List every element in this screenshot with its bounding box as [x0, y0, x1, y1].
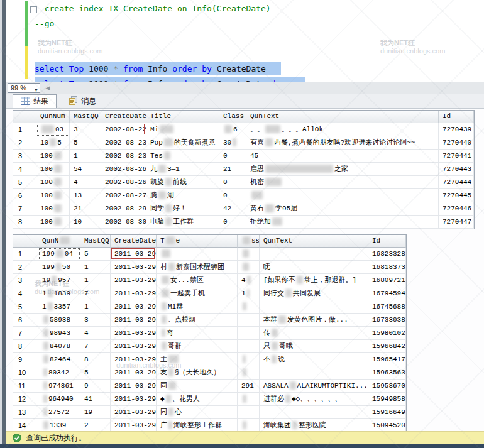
column-header[interactable]: QunText — [260, 235, 368, 248]
grid-cell[interactable]: 本群发黄色图片，做... — [260, 314, 368, 327]
grid-cell[interactable]: 7270447 — [439, 216, 474, 229]
row-number-cell[interactable]: 11 — [13, 380, 38, 393]
grid-cell[interactable]: 100 — [36, 163, 70, 176]
column-header[interactable]: Title — [146, 111, 219, 123]
grid-cell[interactable]: 19 — [80, 406, 111, 419]
grid-cell[interactable]: 2002-08-30 — [101, 216, 146, 229]
grid-cell[interactable]: 黄石学95届 — [246, 202, 439, 216]
grid-cell[interactable]: 2002-08-23 — [101, 150, 146, 163]
grid-cell[interactable]: 27572 — [38, 406, 80, 419]
row-number-cell[interactable]: 7 — [13, 327, 38, 340]
grid-cell[interactable]: ◆、花男人 — [157, 393, 238, 406]
grid-cell[interactable]: 7270440 — [439, 136, 474, 150]
grid-cell[interactable]: 2011-03-29 — [111, 340, 157, 353]
grid-cell[interactable]: 16745688 — [368, 300, 406, 314]
grid-cell[interactable] — [238, 300, 260, 314]
tab-messages[interactable]: 消息 — [62, 94, 104, 108]
grid-cell[interactable]: 2011-03-29 — [111, 406, 157, 419]
grid-cell[interactable]: 6 — [219, 123, 246, 136]
grid-cell[interactable]: 58938 — [38, 314, 80, 327]
column-header[interactable]: QunText — [246, 111, 439, 123]
row-number-cell[interactable]: 6 — [13, 314, 38, 327]
grid-cell[interactable]: 100 — [36, 176, 70, 189]
grid-cell[interactable]: 2011-03-29 — [111, 300, 157, 314]
grid-cell[interactable]: [如果你不常上，那退群。] — [260, 274, 368, 287]
grid-cell[interactable]: 03 — [36, 123, 70, 136]
grid-cell[interactable]: 98943 — [38, 327, 80, 340]
grid-cell[interactable]: 。。。。。AllOk — [246, 123, 439, 136]
grid-cell[interactable]: 7270444 — [439, 176, 474, 189]
column-header[interactable]: CreateDate — [101, 111, 146, 123]
grid-cell[interactable] — [238, 248, 260, 261]
grid-cell[interactable]: 80342 — [38, 366, 80, 380]
grid-cell[interactable]: 1339 — [38, 419, 80, 432]
column-header[interactable] — [13, 111, 36, 123]
code-line[interactable]: --go — [35, 16, 484, 31]
row-number-cell[interactable]: 7 — [13, 202, 36, 216]
grid-cell[interactable]: 1 — [238, 287, 260, 300]
grid-cell[interactable] — [260, 300, 368, 314]
grid-cell[interactable] — [238, 393, 260, 406]
grid-cell[interactable]: 凯旋前线 — [146, 176, 219, 189]
grid-cell[interactable]: 4 — [80, 327, 111, 340]
column-header[interactable]: MastQQ — [70, 111, 101, 123]
grid-cell[interactable]: 9 — [80, 380, 111, 393]
grid-cell[interactable]: 机密 — [246, 176, 439, 189]
grid-cell[interactable]: 2002-08-26 — [101, 176, 146, 189]
code-area[interactable]: --create index IX_CreateDate on Info(Cre… — [35, 1, 484, 82]
grid-cell[interactable]: 2011-03-29 — [111, 287, 157, 300]
grid-cell[interactable]: 只哥哦 — [260, 340, 368, 353]
row-number-cell[interactable]: 6 — [13, 189, 36, 202]
grid-cell[interactable]: 一起卖手机 — [157, 287, 238, 300]
grid-cell[interactable]: 4 — [238, 274, 260, 287]
grid-cell[interactable]: 15963563 — [368, 366, 406, 380]
grid-cell[interactable]: 964940 — [38, 393, 80, 406]
grid-cell[interactable]: 21 — [219, 163, 246, 176]
grid-cell[interactable]: 4 — [70, 176, 101, 189]
grid-cell[interactable]: 45 — [246, 150, 439, 163]
grid-cell[interactable]: 105 — [36, 136, 70, 150]
grid-cell[interactable]: 16733038 — [368, 314, 406, 327]
tab-results[interactable]: 结果 — [13, 94, 57, 108]
grid-cell[interactable] — [238, 340, 260, 353]
grid-cell[interactable]: Tes — [146, 150, 219, 163]
grid-cell[interactable]: 2011-03-29 — [111, 261, 157, 274]
grid-cell[interactable]: 42 — [219, 202, 246, 216]
grid-cell[interactable]: 广海峡整形工作群 — [157, 419, 238, 432]
grid-cell[interactable]: M1群 — [157, 300, 238, 314]
grid-cell[interactable]: 腾湖 — [146, 189, 219, 202]
grid-cell[interactable]: 100 — [36, 202, 70, 216]
column-header[interactable]: Te — [157, 235, 238, 248]
grid-cell[interactable]: 进群必◆◇、、、、、、 — [260, 393, 368, 406]
row-number-cell[interactable]: 9 — [13, 353, 38, 366]
row-number-cell[interactable]: 2 — [13, 261, 38, 274]
grid-cell[interactable]: 传 — [260, 327, 368, 340]
grid-cell[interactable]: 15980102 — [368, 327, 406, 340]
grid-cell[interactable]: 2011-03-29 — [111, 366, 157, 380]
code-line[interactable]: select Top 1000 * from Info order by Cre… — [35, 62, 484, 77]
column-header[interactable]: ss — [238, 235, 260, 248]
grid-cell[interactable]: 启恩之家 — [246, 163, 439, 176]
grid-cell[interactable]: 2002-08-29 — [101, 202, 146, 216]
grid-cell[interactable] — [238, 406, 260, 419]
grid-cell[interactable]: ASSALAALAIKUMTOPTIKI... — [260, 380, 368, 393]
grid-cell[interactable]: 主 — [157, 353, 238, 366]
grid-cell[interactable]: 8 — [80, 353, 111, 366]
grid-cell[interactable] — [238, 261, 260, 274]
column-header[interactable]: Class — [219, 111, 246, 123]
grid-cell[interactable]: 15094520 — [368, 419, 406, 432]
grid-cell[interactable]: 2011-03-29 — [111, 314, 157, 327]
grid-cell[interactable] — [238, 314, 260, 327]
grid-cell[interactable]: 1 — [80, 261, 111, 274]
row-number-cell[interactable]: 5 — [13, 300, 38, 314]
grid-cell[interactable]: 16794594 — [368, 287, 406, 300]
grid-cell[interactable] — [238, 353, 260, 366]
grid-cell[interactable]: 2002-08-27 — [101, 189, 146, 202]
grid-cell[interactable]: 哥群 — [157, 340, 238, 353]
grid-cell[interactable] — [238, 366, 260, 380]
grid-cell[interactable]: 奇 — [157, 327, 238, 340]
grid-cell[interactable]: 1 — [70, 150, 101, 163]
grid-cell[interactable]: 同行交共同发展 — [260, 287, 368, 300]
grid-cell[interactable]: 100 — [36, 150, 70, 163]
grid-cell[interactable]: 九3—1 — [146, 163, 219, 176]
